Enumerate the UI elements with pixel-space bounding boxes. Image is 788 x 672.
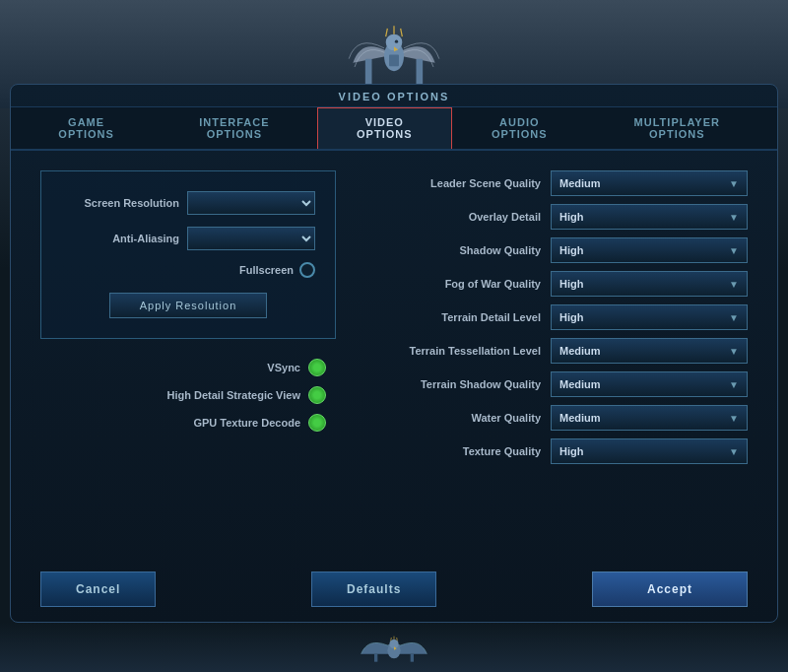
tab-audio-options[interactable]: AUDIO OPTIONS	[452, 107, 587, 149]
quality-label: Terrain Tessellation Level	[365, 345, 541, 357]
gpu-texture-toggle[interactable]	[308, 414, 326, 432]
quality-label: Fog of War Quality	[365, 278, 541, 290]
quality-row: Terrain Detail LevelHigh▼	[365, 304, 748, 330]
quality-row: Overlay DetailHigh▼	[365, 204, 748, 230]
svg-rect-8	[374, 654, 377, 662]
quality-row: Terrain Tessellation LevelMedium▼	[365, 338, 748, 364]
toggles-section: VSync High Detail Strategic View GPU Tex…	[40, 359, 336, 432]
quality-select-texture-quality[interactable]: High▼	[551, 438, 748, 464]
title-bar: VIDEO OPTIONS	[11, 85, 777, 107]
page-title: VIDEO OPTIONS	[339, 91, 450, 102]
quality-grid: Leader Scene QualityMedium▼Overlay Detai…	[365, 170, 748, 464]
quality-select-terrain-detail-level[interactable]: High▼	[551, 304, 748, 330]
screen-resolution-row: Screen Resolution	[61, 191, 315, 215]
quality-label: Overlay Detail	[365, 211, 541, 223]
quality-select-terrain-tessellation-level[interactable]: Medium▼	[551, 338, 748, 364]
quality-row: Water QualityMedium▼	[365, 405, 748, 431]
chevron-down-icon: ▼	[729, 245, 739, 256]
fullscreen-radio[interactable]	[299, 262, 315, 278]
tab-interface-options[interactable]: INTERFACE OPTIONS	[152, 107, 316, 149]
tab-game-options[interactable]: GAME OPTIONS	[21, 107, 152, 149]
svg-rect-9	[411, 654, 414, 662]
quality-label: Shadow Quality	[365, 244, 541, 256]
vsync-row: VSync	[40, 359, 336, 376]
accept-button[interactable]: Accept	[592, 571, 748, 607]
svg-rect-3	[389, 54, 399, 66]
chevron-down-icon: ▼	[729, 413, 739, 424]
right-panel: Leader Scene QualityMedium▼Overlay Detai…	[365, 170, 748, 542]
apply-resolution-button[interactable]: Apply Resolution	[109, 293, 268, 318]
vsync-toggle[interactable]	[308, 359, 326, 376]
chevron-down-icon: ▼	[729, 346, 739, 357]
chevron-down-icon: ▼	[729, 178, 739, 189]
defaults-button[interactable]: Defaults	[311, 571, 436, 607]
svg-rect-5	[417, 58, 424, 87]
screen-resolution-label: Screen Resolution	[61, 197, 179, 209]
quality-row: Shadow QualityHigh▼	[365, 237, 748, 263]
quality-select-water-quality[interactable]: Medium▼	[551, 405, 748, 431]
nav-tabs: GAME OPTIONS INTERFACE OPTIONS VIDEO OPT…	[11, 107, 777, 151]
bottom-eagle-icon	[355, 628, 433, 667]
chevron-down-icon: ▼	[729, 279, 739, 290]
quality-label: Texture Quality	[365, 445, 541, 457]
svg-point-2	[395, 39, 398, 42]
screen-resolution-select[interactable]	[187, 191, 315, 215]
chevron-down-icon: ▼	[729, 312, 739, 323]
quality-select-leader-scene-quality[interactable]: Medium▼	[551, 170, 748, 196]
vsync-label: VSync	[267, 362, 300, 373]
bottom-emblem	[0, 623, 788, 672]
quality-select-overlay-detail[interactable]: High▼	[551, 204, 748, 230]
gpu-texture-label: GPU Texture Decode	[193, 417, 300, 429]
quality-label: Terrain Detail Level	[365, 311, 541, 323]
quality-label: Leader Scene Quality	[365, 177, 541, 189]
quality-row: Texture QualityHigh▼	[365, 438, 748, 464]
anti-aliasing-select[interactable]	[187, 227, 315, 250]
chevron-down-icon: ▼	[729, 446, 739, 457]
anti-aliasing-label: Anti-Aliasing	[61, 233, 179, 244]
high-detail-row: High Detail Strategic View	[40, 386, 336, 404]
cancel-button[interactable]: Cancel	[40, 571, 156, 607]
fullscreen-label: Fullscreen	[239, 264, 294, 276]
quality-row: Leader Scene QualityMedium▼	[365, 170, 748, 196]
left-panel: Screen Resolution Anti-Aliasing Fullscre…	[40, 170, 336, 542]
svg-rect-4	[365, 58, 372, 87]
tab-video-options[interactable]: VIDEO OPTIONS	[317, 107, 452, 149]
fullscreen-row: Fullscreen	[61, 262, 315, 278]
chevron-down-icon: ▼	[729, 379, 739, 390]
bottom-bar: Cancel Defaults Accept	[11, 562, 777, 622]
quality-label: Water Quality	[365, 412, 541, 424]
quality-label: Terrain Shadow Quality	[365, 378, 541, 390]
resolution-box: Screen Resolution Anti-Aliasing Fullscre…	[40, 170, 336, 339]
chevron-down-icon: ▼	[729, 212, 739, 223]
quality-select-terrain-shadow-quality[interactable]: Medium▼	[551, 371, 748, 397]
quality-row: Terrain Shadow QualityMedium▼	[365, 371, 748, 397]
main-container: VIDEO OPTIONS GAME OPTIONS INTERFACE OPT…	[10, 84, 778, 623]
gpu-texture-row: GPU Texture Decode	[40, 414, 336, 432]
tab-multiplayer-options[interactable]: MULTIPLAYER OPTIONS	[587, 107, 767, 149]
quality-select-fog-of-war-quality[interactable]: High▼	[551, 271, 748, 297]
quality-row: Fog of War QualityHigh▼	[365, 271, 748, 297]
content-area: Screen Resolution Anti-Aliasing Fullscre…	[11, 151, 777, 562]
anti-aliasing-row: Anti-Aliasing	[61, 227, 315, 250]
quality-select-shadow-quality[interactable]: High▼	[551, 237, 748, 263]
high-detail-toggle[interactable]	[308, 386, 326, 404]
high-detail-label: High Detail Strategic View	[166, 389, 300, 401]
